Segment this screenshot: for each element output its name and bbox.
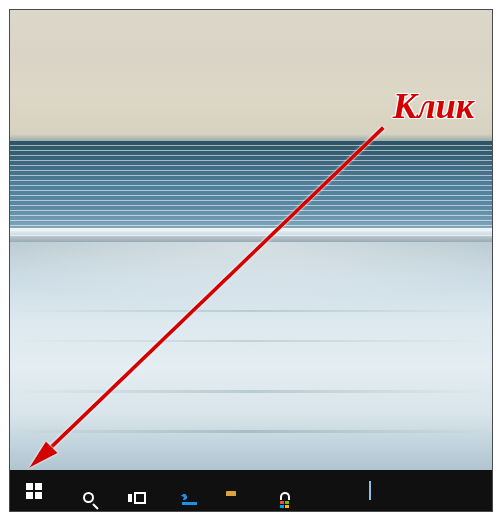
mail-app[interactable]: [298, 470, 346, 511]
search-button[interactable]: [58, 470, 106, 511]
monitor-icon: [369, 482, 371, 500]
system-monitor-app[interactable]: [346, 470, 394, 511]
edge-browser[interactable]: [154, 470, 202, 511]
file-explorer[interactable]: [202, 470, 250, 511]
desktop-wallpaper[interactable]: Клик: [10, 10, 492, 470]
wallpaper-sea: [10, 140, 492, 236]
wallpaper-sand: [10, 242, 492, 470]
screenshot-frame: Клик: [9, 9, 493, 512]
start-button[interactable]: [10, 470, 58, 511]
taskbar: [10, 470, 492, 511]
microsoft-store[interactable]: [250, 470, 298, 511]
annotation-label: Клик: [393, 85, 474, 127]
task-view-button[interactable]: [106, 470, 154, 511]
wallpaper-surf: [10, 228, 492, 242]
windows-start-icon: [26, 483, 42, 499]
